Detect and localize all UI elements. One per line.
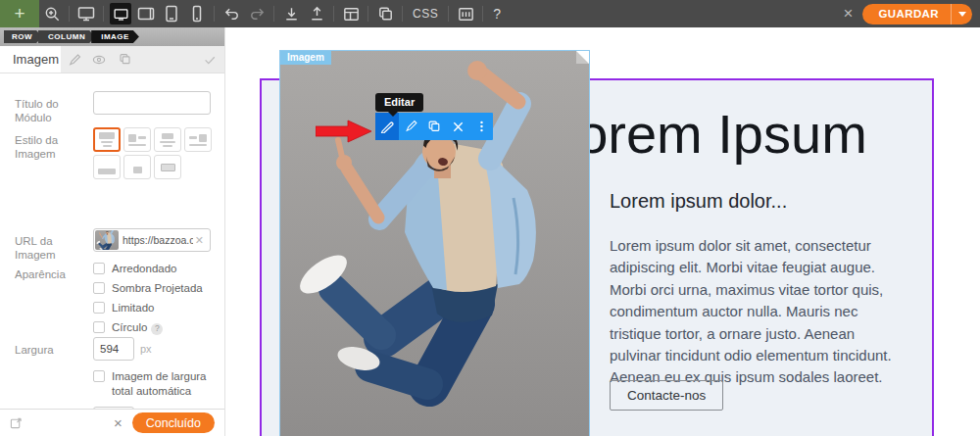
clear-url-icon[interactable]: ✕	[193, 234, 206, 247]
popout-panel-icon[interactable]	[10, 416, 23, 429]
width-input[interactable]	[93, 337, 134, 361]
resize-corner-handle[interactable]	[576, 51, 589, 64]
export-icon[interactable]	[304, 0, 329, 27]
style-brush-icon[interactable]	[399, 113, 422, 140]
hero-heading[interactable]: Lorem Ipsum	[547, 102, 867, 166]
hero-paragraph[interactable]: Lorem ipsum dolor sit amet, consectetur …	[610, 235, 906, 389]
image-style-option[interactable]	[93, 155, 121, 179]
save-split-button[interactable]: GUARDAR	[862, 4, 972, 24]
device-tablet-landscape-icon[interactable]	[133, 0, 159, 27]
editor-window: +	[0, 0, 980, 436]
divider	[69, 6, 70, 22]
image-url-label: URL da Imagem	[15, 228, 93, 262]
tab-imagem[interactable]: Imagem	[0, 46, 61, 73]
layout-icon[interactable]	[338, 0, 364, 27]
page-canvas[interactable]: Lorem Ipsum Lorem ipsum dolor... Lorem i…	[225, 27, 980, 436]
top-toolbar: +	[0, 0, 980, 27]
divider	[333, 6, 334, 22]
css-button[interactable]: CSS	[407, 7, 444, 21]
contact-button[interactable]: Contacte-nos	[610, 380, 723, 411]
divider	[448, 6, 449, 22]
hero-subheading[interactable]: Lorem ipsum dolor...	[610, 190, 787, 213]
cancel-icon[interactable]: ×	[114, 414, 122, 431]
image-style-option[interactable]	[154, 155, 181, 179]
module-action-toolbar	[375, 113, 493, 140]
sidebar-footer: × Concluído	[0, 409, 224, 436]
edit-pencil-icon[interactable]	[375, 113, 399, 140]
more-options-kebab-icon[interactable]	[469, 113, 493, 140]
appearance-label: Aparência	[15, 262, 93, 335]
image-style-option[interactable]	[123, 127, 151, 152]
image-style-options	[93, 127, 215, 179]
breadcrumb-column[interactable]: COLUMN	[38, 30, 95, 43]
image-style-option[interactable]	[123, 155, 151, 179]
checkbox-icon[interactable]	[93, 321, 105, 333]
image-url-input[interactable]: https://bazzoa.com ✕	[93, 228, 211, 252]
breadcrumb: ROW COLUMN IMAGE	[0, 27, 224, 46]
help-circle-icon[interactable]: ?	[151, 323, 163, 335]
undo-icon[interactable]	[219, 0, 244, 27]
divider	[273, 6, 274, 22]
divider	[482, 6, 483, 22]
checkbox-icon[interactable]	[93, 263, 105, 274]
image-thumbnail[interactable]	[95, 230, 119, 250]
edit-tooltip: Editar	[375, 93, 423, 112]
zoom-icon[interactable]	[39, 0, 65, 27]
add-module-button[interactable]: +	[0, 0, 39, 27]
style-brush-icon[interactable]	[61, 46, 86, 73]
save-options-caret[interactable]	[951, 4, 972, 24]
help-button[interactable]: ?	[487, 6, 507, 22]
image-style-label: Estilo da Imagem	[15, 127, 93, 179]
checkbox-sombra-projetada[interactable]: Sombra Projetada	[93, 281, 203, 296]
widgets-icon[interactable]	[453, 0, 478, 27]
breadcrumb-row[interactable]: ROW	[4, 30, 42, 43]
device-desktop-icon[interactable]	[110, 3, 131, 24]
apply-check-icon[interactable]	[195, 46, 224, 73]
module-title-label: Título do Módulo	[15, 91, 93, 124]
redo-icon[interactable]	[244, 0, 270, 27]
copy-settings-icon[interactable]	[112, 46, 137, 73]
divider	[368, 6, 368, 22]
divider	[103, 6, 104, 22]
divider	[402, 6, 403, 22]
selected-image-module[interactable]: Imagem	[280, 51, 589, 436]
panel-body: Título do Módulo Estilo da Imagem	[0, 73, 224, 410]
jumping-man-photo[interactable]	[280, 51, 589, 436]
breadcrumb-image[interactable]: IMAGE	[91, 30, 139, 43]
image-url-value[interactable]: https://bazzoa.com	[122, 234, 193, 246]
module-title-input[interactable]	[93, 91, 211, 115]
chevron-down-icon	[958, 12, 966, 17]
duplicate-icon[interactable]	[372, 0, 398, 27]
image-style-option[interactable]	[184, 127, 212, 152]
checkbox-arredondado[interactable]: Arredondado	[93, 262, 203, 276]
delete-module-icon[interactable]	[446, 113, 469, 140]
device-phone-icon[interactable]	[184, 0, 210, 27]
width-unit: px	[140, 337, 152, 361]
import-icon[interactable]	[278, 0, 304, 27]
done-button[interactable]: Concluído	[132, 412, 215, 433]
save-button-label[interactable]: GUARDAR	[862, 8, 951, 20]
duplicate-module-icon[interactable]	[422, 113, 446, 140]
checkbox-icon[interactable]	[93, 370, 105, 382]
close-editor-icon[interactable]: ×	[833, 4, 862, 24]
device-tablet-portrait-icon[interactable]	[159, 0, 184, 27]
divider	[214, 6, 215, 22]
image-style-option[interactable]	[154, 127, 181, 152]
panel-tabs: Imagem	[0, 46, 224, 73]
checkbox-limitado[interactable]: Limitado	[93, 301, 203, 315]
checkbox-icon[interactable]	[93, 302, 105, 314]
checkbox-fullwidth[interactable]: Imagem de largura total automática	[93, 369, 215, 399]
image-style-option[interactable]	[93, 127, 121, 152]
checkbox-icon[interactable]	[93, 282, 105, 294]
annotation-arrow	[316, 120, 372, 143]
settings-sidebar: ROW COLUMN IMAGE Imagem Título do Módulo	[0, 27, 225, 436]
visibility-eye-icon[interactable]	[86, 46, 112, 73]
preview-monitor-icon[interactable]	[74, 0, 99, 27]
checkbox-circulo[interactable]: Círculo?	[93, 320, 203, 335]
module-type-badge: Imagem	[280, 51, 331, 65]
width-label: Largura	[15, 337, 93, 361]
